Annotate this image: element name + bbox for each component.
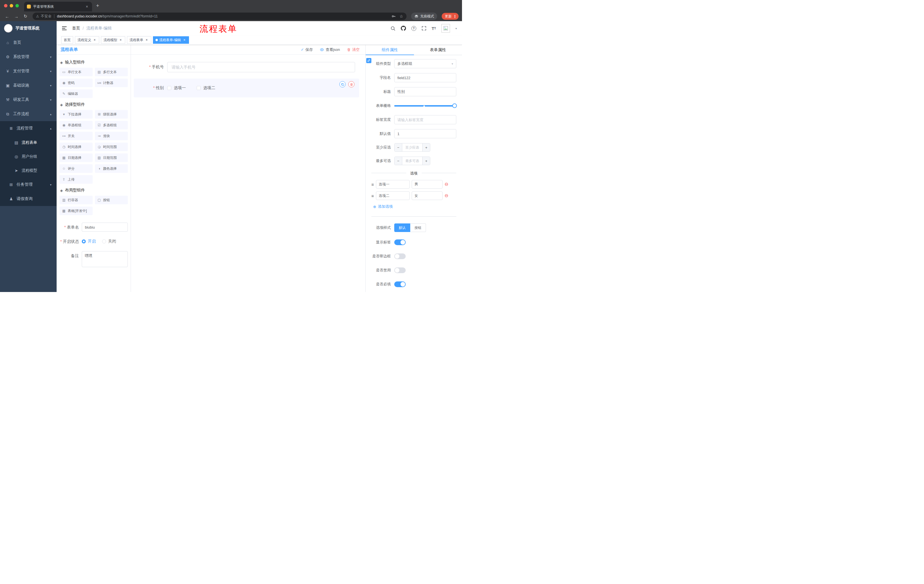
- component-multi-line-text[interactable]: ▤多行文本: [95, 68, 128, 76]
- fullscreen-icon[interactable]: [422, 26, 426, 31]
- status-radio-on[interactable]: 开启: [82, 239, 96, 244]
- decrease-button[interactable]: −: [394, 157, 402, 165]
- with-border-toggle[interactable]: [394, 253, 406, 259]
- help-icon[interactable]: ?: [411, 26, 416, 31]
- component-select[interactable]: ▾下拉选择: [59, 110, 92, 118]
- max-select-input[interactable]: [402, 157, 422, 165]
- component-row-container[interactable]: ▥行容器: [59, 196, 92, 204]
- tab-form-props[interactable]: 表单属性: [414, 45, 462, 55]
- show-label-toggle[interactable]: [394, 239, 406, 245]
- title-input[interactable]: [394, 87, 456, 96]
- component-switch[interactable]: ⊶开关: [59, 132, 92, 140]
- sidebar-item-user-group[interactable]: ◎用户分组: [0, 150, 57, 163]
- gender-option-2[interactable]: 选项二: [197, 86, 215, 90]
- github-icon[interactable]: [401, 26, 406, 31]
- remove-option-icon[interactable]: ⊖: [445, 182, 448, 187]
- tag-process-form[interactable]: 流程表单×: [127, 36, 151, 44]
- font-size-icon[interactable]: TT: [432, 26, 436, 31]
- copy-field-button[interactable]: [339, 81, 346, 87]
- gender-field-selected[interactable]: 性别 选项一 选项二: [134, 79, 359, 97]
- browser-tab[interactable]: 芋道管理系统 ×: [24, 2, 92, 12]
- hamburger-icon[interactable]: [62, 26, 67, 30]
- view-json-button[interactable]: 查看json: [320, 47, 340, 52]
- avatar[interactable]: [441, 24, 450, 33]
- checkbox-icon[interactable]: [167, 86, 171, 90]
- component-slider[interactable]: ⊸滑块: [95, 132, 128, 140]
- decrease-button[interactable]: −: [394, 143, 402, 151]
- component-password[interactable]: ◉密码: [59, 79, 92, 87]
- sidebar-item-workflow[interactable]: ⧉工作流程▴: [0, 107, 57, 121]
- field-name-input[interactable]: [394, 73, 456, 82]
- form-remark-textarea[interactable]: 嘿嘿: [82, 251, 128, 267]
- add-option-button[interactable]: ⊕ 添加选项: [373, 204, 456, 209]
- tag-process-definition[interactable]: 流程定义×: [75, 36, 99, 44]
- security-warning-icon[interactable]: ⚠: [36, 14, 39, 18]
- phone-input[interactable]: [167, 62, 355, 72]
- component-rate[interactable]: ☆评分: [59, 164, 92, 173]
- delete-field-button[interactable]: [348, 81, 355, 87]
- component-table[interactable]: ▩表格[开发中]: [59, 207, 92, 215]
- browser-menu-icon[interactable]: ⋮: [453, 14, 457, 18]
- link-icon[interactable]: [366, 58, 371, 63]
- minimize-window-button[interactable]: [10, 4, 13, 7]
- style-default-button[interactable]: 默认: [394, 224, 410, 232]
- avatar-caret-down-icon[interactable]: ▾: [455, 27, 457, 30]
- form-name-input[interactable]: [82, 222, 128, 232]
- sidebar-item-process-management[interactable]: ≣流程管理▴: [0, 121, 57, 135]
- gender-option-1[interactable]: 选项一: [167, 86, 186, 90]
- status-radio-off[interactable]: 关闭: [102, 239, 116, 244]
- sidebar-item-infrastructure[interactable]: ▣基础设施▾: [0, 78, 57, 92]
- zoom-window-button[interactable]: [15, 4, 19, 7]
- style-button-button[interactable]: 按钮: [410, 224, 426, 232]
- address-bar[interactable]: ⚠ 不安全 dashboard.yudao.iocoder.cn /bpm/ma…: [33, 13, 406, 20]
- component-radio-group[interactable]: ◉单选框组: [59, 121, 92, 130]
- sidebar-item-task-management[interactable]: ⊞任务管理▾: [0, 178, 57, 192]
- tag-close-icon[interactable]: ×: [182, 38, 186, 42]
- sidebar-item-process-form[interactable]: ▤流程表单: [0, 135, 57, 150]
- option-value-input[interactable]: [412, 191, 442, 200]
- option-label-input[interactable]: [376, 191, 410, 200]
- sidebar-item-dev-tools[interactable]: ⚒研发工具▾: [0, 92, 57, 107]
- sidebar-item-system-management[interactable]: ⚙系统管理▾: [0, 50, 57, 64]
- component-date-picker[interactable]: ▦日期选择: [59, 153, 92, 162]
- drag-handle-icon[interactable]: ≡: [371, 193, 374, 198]
- save-button[interactable]: ✓ 保存: [301, 47, 313, 52]
- component-cascader[interactable]: ⊞级联选择: [95, 110, 128, 118]
- increase-button[interactable]: +: [422, 143, 430, 151]
- password-key-icon[interactable]: [391, 14, 396, 18]
- increase-button[interactable]: +: [422, 157, 430, 165]
- option-label-input[interactable]: [376, 180, 410, 189]
- tab-component-props[interactable]: 组件属性: [366, 45, 414, 55]
- option-value-input[interactable]: [412, 180, 442, 189]
- grid-slider[interactable]: [394, 101, 456, 110]
- tab-close-icon[interactable]: ×: [85, 4, 89, 9]
- tag-close-icon[interactable]: ×: [145, 38, 148, 42]
- component-type-select[interactable]: 多选框组 ▾: [394, 59, 456, 68]
- disabled-toggle[interactable]: [394, 267, 406, 273]
- new-tab-button[interactable]: +: [96, 3, 99, 9]
- checkbox-icon[interactable]: [197, 86, 201, 90]
- phone-field-row[interactable]: 手机号: [131, 62, 355, 72]
- component-color-picker[interactable]: ◑颜色选择: [95, 164, 128, 173]
- component-checkbox-group[interactable]: ☑多选框组: [95, 121, 128, 130]
- forward-button[interactable]: →: [13, 14, 20, 19]
- sidebar-item-home[interactable]: ⌂首页: [0, 35, 57, 50]
- search-icon[interactable]: [391, 26, 395, 31]
- tag-process-model[interactable]: 流程模型×: [101, 36, 125, 44]
- breadcrumb-home[interactable]: 首页: [72, 26, 80, 31]
- remove-option-icon[interactable]: ⊖: [445, 193, 448, 198]
- update-button[interactable]: 更新 ⋮: [442, 13, 459, 20]
- clear-button[interactable]: 清空: [347, 47, 360, 52]
- bookmark-star-icon[interactable]: ☆: [399, 14, 403, 18]
- component-date-range[interactable]: ▧日期范围: [95, 153, 128, 162]
- component-editor[interactable]: ✎编辑器: [59, 89, 92, 98]
- sidebar-item-payment-management[interactable]: ¥支付管理▾: [0, 64, 57, 78]
- reload-button[interactable]: ↻: [22, 14, 29, 19]
- tag-close-icon[interactable]: ×: [92, 38, 97, 42]
- back-button[interactable]: ←: [3, 14, 11, 19]
- label-width-input[interactable]: [394, 115, 456, 124]
- component-time-range[interactable]: ◶时间范围: [95, 143, 128, 151]
- required-toggle[interactable]: [394, 281, 406, 287]
- tag-close-icon[interactable]: ×: [119, 38, 123, 42]
- min-select-input[interactable]: [402, 143, 422, 151]
